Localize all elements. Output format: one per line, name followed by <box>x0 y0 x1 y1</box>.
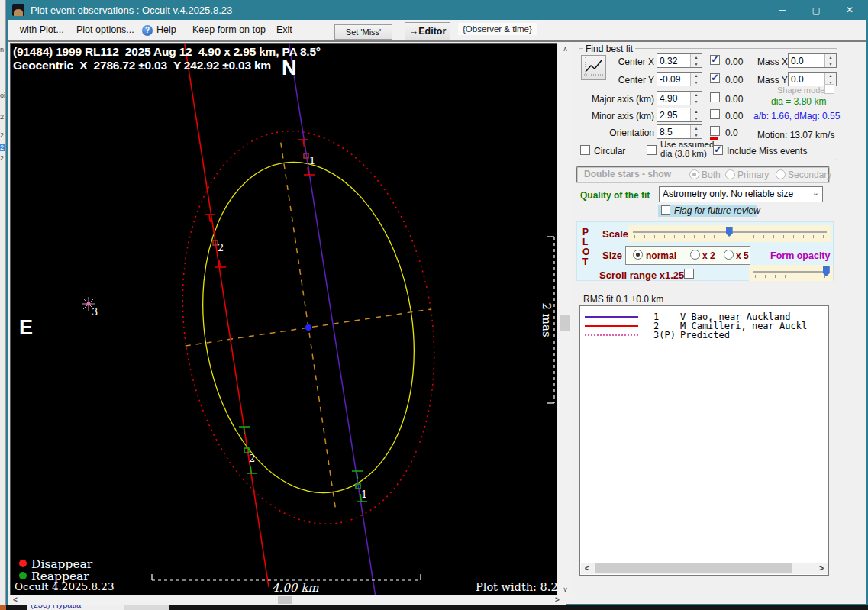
observation-row[interactable]: 3(P) Predicted <box>580 331 828 340</box>
scroll-left-icon[interactable]: < <box>9 595 21 605</box>
spin-down-icon[interactable]: ▼ <box>691 115 702 122</box>
scroll-up-icon[interactable]: ∧ <box>559 43 572 55</box>
plot-vertical-scrollbar[interactable]: ∧ ∨ <box>559 43 572 595</box>
quality-label: Quality of the fit <box>580 190 650 201</box>
menu-exit[interactable]: Exit <box>276 20 292 40</box>
orientation-lock-checkbox[interactable] <box>710 126 720 136</box>
spin-down-icon[interactable]: ▼ <box>691 79 702 86</box>
center-y-lock-checkbox[interactable] <box>710 73 720 83</box>
horizontal-scroll-thumb[interactable] <box>278 596 292 604</box>
minor-axis-spinner[interactable]: ▲▼ <box>657 108 702 122</box>
orientation-spinner[interactable]: ▲▼ <box>657 124 702 139</box>
scroll-left-icon[interactable]: < <box>581 563 593 574</box>
spin-down-icon[interactable]: ▼ <box>691 132 702 139</box>
chord-2-disappear-marks <box>205 215 226 267</box>
flag-review-checkbox[interactable] <box>661 205 670 215</box>
orientation-label: Orientation <box>589 127 654 138</box>
plot-letter-p: P <box>582 227 589 237</box>
major-axis-label: Major axis (km) <box>589 94 654 105</box>
shape-model-label: Shape model <box>777 86 827 95</box>
scroll-right-icon[interactable]: > <box>551 595 563 605</box>
mass-x-spinner[interactable]: ▲▼ <box>788 53 837 68</box>
sliver-fragment-selected: 2 <box>0 144 6 151</box>
svg-text:2: 2 <box>218 242 224 253</box>
plot-letter-o: O <box>582 247 589 257</box>
motion-label: Motion: 13.07 km/s <box>757 130 834 140</box>
double-both-label: Both <box>702 169 721 180</box>
scale-slider[interactable] <box>628 225 831 242</box>
shape-model-checkbox[interactable] <box>824 84 834 94</box>
spin-up-icon[interactable]: ▲ <box>825 73 836 79</box>
use-assumed-checkbox[interactable] <box>647 145 657 155</box>
listbox-scroll-thumb[interactable] <box>595 563 792 573</box>
circular-checkbox[interactable] <box>580 145 590 155</box>
listbox-horizontal-scrollbar[interactable]: < > <box>581 563 828 574</box>
editor-button[interactable]: →Editor <box>405 22 450 40</box>
maximize-button[interactable]: ▢ <box>799 0 833 20</box>
flag-review-label: Flag for future review <box>674 205 760 216</box>
scroll-right-icon[interactable]: > <box>815 563 828 574</box>
close-button[interactable]: ✕ <box>833 0 866 20</box>
major-axis-spinner[interactable]: ▲▼ <box>657 91 702 105</box>
chord-2-line-sample <box>585 325 638 327</box>
center-x-lock-value: 0.00 <box>725 56 743 67</box>
size-x2-radio[interactable] <box>690 250 700 260</box>
observations-listbox[interactable]: 1 V Bao, near Auckland 2 M Camilleri, ne… <box>579 305 829 576</box>
minor-axis-label: Minor axis (km) <box>589 111 654 121</box>
taskbar-icon-fragment <box>0 605 6 610</box>
spin-down-icon[interactable]: ▼ <box>825 61 836 68</box>
sliver-fragment: 2 <box>0 131 4 139</box>
fit-graph-button[interactable] <box>581 55 606 80</box>
spin-up-icon[interactable]: ▲ <box>825 54 836 61</box>
scroll-range-checkbox[interactable] <box>684 269 694 279</box>
chevron-down-icon[interactable]: ⌄ <box>812 188 819 198</box>
dia-label: dia = 3.80 km <box>771 96 826 107</box>
spin-up-icon[interactable]: ▲ <box>691 125 702 132</box>
spin-down-icon[interactable]: ▼ <box>691 61 702 68</box>
spin-down-icon[interactable]: ▼ <box>691 98 702 105</box>
plot-horizontal-scrollbar[interactable]: < > <box>8 595 566 605</box>
double-both-radio[interactable] <box>689 169 699 179</box>
spin-up-icon[interactable]: ▲ <box>691 108 702 115</box>
form-opacity-label: Form opacity <box>770 250 831 261</box>
size-normal-radio[interactable] <box>633 250 643 260</box>
include-miss-checkbox[interactable] <box>713 145 723 155</box>
size-x5-radio[interactable] <box>724 250 734 260</box>
double-primary-radio[interactable] <box>725 169 735 179</box>
plot-canvas[interactable]: 1 2 1 2 3 2 mas <box>10 43 557 595</box>
double-secondary-label: Secondary <box>788 169 831 180</box>
double-secondary-radio[interactable] <box>776 169 786 179</box>
mass-x-label: Mass X <box>757 56 788 67</box>
orientation-lock-value: 0.0 <box>725 127 738 138</box>
plot-letter-t: T <box>582 257 588 267</box>
east-label: E <box>19 316 33 339</box>
center-x-spinner[interactable]: ▲▼ <box>657 53 702 68</box>
set-miss-times-button[interactable]: Set 'Miss' Times <box>334 24 392 40</box>
find-best-fit-title: Find best fit <box>583 44 635 54</box>
form-opacity-slider[interactable] <box>749 265 833 281</box>
sliver-fragment: oi <box>0 92 5 99</box>
menu-plot-options[interactable]: Plot options... <box>76 20 134 40</box>
center-x-lock-checkbox[interactable] <box>710 55 720 65</box>
menu-keep-on-top[interactable]: Keep form on top <box>192 20 266 40</box>
scroll-down-icon[interactable]: ∨ <box>559 583 572 595</box>
background-tab-hypatia[interactable]: (238) Hypatia <box>27 605 124 610</box>
major-axis-lock-checkbox[interactable] <box>710 92 720 102</box>
menubar: with Plot... Plot options... ? Help Keep… <box>8 20 866 42</box>
center-y-spinner[interactable]: ▲▼ <box>657 72 702 86</box>
spin-up-icon[interactable]: ▲ <box>691 92 702 98</box>
spin-up-icon[interactable]: ▲ <box>691 73 702 79</box>
vertical-scroll-thumb[interactable] <box>560 315 570 331</box>
ab-dmag-label: a/b: 1.66, dMag: 0.55 <box>753 111 840 121</box>
menu-help[interactable]: Help <box>156 20 176 40</box>
size-normal-label: normal <box>646 250 676 261</box>
minimize-button[interactable]: ─ <box>766 0 799 20</box>
opacity-slider-track <box>753 271 828 273</box>
use-assumed-label: Use assumed dia (3.8 km) <box>660 140 720 158</box>
titlebar[interactable]: Plot event observations : Occult v.4.202… <box>8 0 866 20</box>
menu-with-plot[interactable]: with Plot... <box>20 20 64 40</box>
minor-axis-lock-checkbox[interactable] <box>710 109 720 119</box>
scroll-range-label: Scroll range x1.25 <box>599 269 684 281</box>
spin-up-icon[interactable]: ▲ <box>691 54 702 61</box>
quality-combobox[interactable]: Astrometry only. No reliable size ⌄ <box>659 186 823 202</box>
